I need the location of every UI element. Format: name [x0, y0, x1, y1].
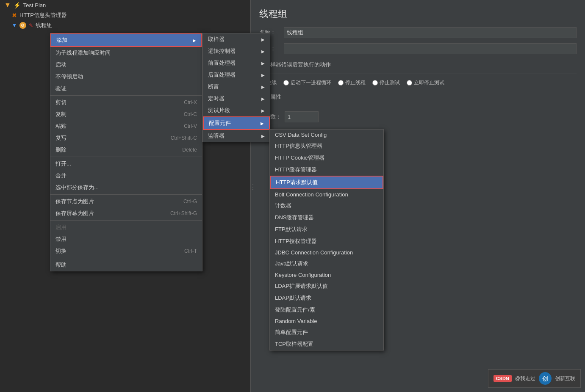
menu-item-save-screen-img[interactable]: 保存屏幕为图片 Ctrl+Shift-G	[50, 207, 202, 219]
config-http-cookie-manager[interactable]: HTTP Cookie管理器	[270, 152, 383, 164]
config-tcp-sampler[interactable]: TCP取样器配置	[270, 338, 383, 350]
tree-item-testplan[interactable]: ▼ ⚡ Test Plan	[0, 0, 250, 10]
divider-2	[259, 106, 577, 106]
assertion-label: 断言	[208, 83, 219, 91]
submenu-item-post-processor[interactable]: 后置处理器 ▶	[203, 69, 270, 81]
thread-count-input[interactable]	[285, 111, 319, 122]
copy-shortcut: Ctrl-C	[184, 111, 197, 117]
menu-item-toggle[interactable]: 切换 Ctrl-T	[50, 245, 202, 257]
gear-icon: ⚙	[19, 22, 26, 29]
menu-item-start-no-pause-label: 不停顿启动	[55, 73, 83, 80]
config-counter[interactable]: 计数器	[270, 200, 383, 212]
drag-handle[interactable]: ⋮	[249, 182, 257, 191]
tree-label-http-header: HTTP信息头管理器	[19, 11, 67, 19]
menu-item-help[interactable]: 帮助	[50, 259, 202, 271]
config-dns-cache-manager[interactable]: DNS缓存管理器	[270, 212, 383, 224]
radio-stop-now[interactable]: 立即停止测试	[407, 79, 444, 86]
name-input[interactable]	[284, 27, 577, 38]
radio-stop-test-label: 停止测试	[380, 79, 400, 86]
menu-item-cut-label: 剪切	[55, 99, 67, 106]
menu-item-add[interactable]: 添加 ▶	[50, 33, 202, 47]
tree-item-http-header[interactable]: ✖ HTTP信息头管理器	[0, 10, 250, 20]
menu-item-add-response-time[interactable]: 为子线程添加响应时间	[50, 47, 202, 59]
testplan-icon: ⚡	[14, 2, 21, 8]
menu-item-start[interactable]: 启动	[50, 59, 202, 71]
menu-item-save-node-img[interactable]: 保存节点为图片 Ctrl-G	[50, 196, 202, 207]
menu-item-save-selected-label: 选中部分保存为...	[55, 184, 99, 191]
logic-controller-arrow-icon: ▶	[261, 49, 265, 54]
menu-item-disable[interactable]: 禁用	[50, 233, 202, 245]
name-row: 名称：	[251, 25, 585, 41]
config-login-config[interactable]: 登陆配置元件/素	[270, 304, 383, 316]
menu-item-disable-label: 禁用	[55, 235, 67, 243]
config-keystore[interactable]: Keystore Configuration	[270, 270, 383, 280]
ldap-extended-label: LDAP扩展请求默认值	[275, 282, 328, 290]
menu-item-open[interactable]: 打开...	[50, 158, 202, 170]
config-simple-config[interactable]: 简单配置元件	[270, 326, 383, 338]
arrow-icon: ▼	[4, 1, 11, 9]
radio-stop-thread[interactable]: 停止线程	[338, 79, 366, 86]
submenu-item-config-element[interactable]: 配置元件 ▶	[203, 116, 270, 130]
submenu-item-logic-controller[interactable]: 逻辑控制器 ▶	[203, 45, 270, 57]
menu-item-cut[interactable]: 剪切 Ctrl-X	[50, 97, 202, 108]
radio-next-loop[interactable]: 启动下一进程循环	[283, 79, 331, 86]
radio-stop-now-label: 立即停止测试	[414, 79, 444, 86]
config-http-request-defaults[interactable]: HTTP请求默认值	[270, 176, 383, 189]
submenu-item-pre-processor[interactable]: 前置处理器 ▶	[203, 57, 270, 69]
tree-label-thread-group: 线程组	[36, 22, 52, 29]
submenu-item-sampler[interactable]: 取样器 ▶	[203, 33, 270, 45]
menu-item-copy[interactable]: 复制 Ctrl-C	[50, 108, 202, 120]
http-request-defaults-label: HTTP请求默认值	[276, 179, 318, 186]
config-ldap-extended[interactable]: LDAP扩展请求默认值	[270, 280, 383, 292]
config-csv-data[interactable]: CSV Data Set Config	[270, 130, 383, 140]
comment-input[interactable]	[284, 43, 577, 54]
csdn-logo: CSDN	[494, 375, 512, 382]
simple-config-label: 简单配置元件	[275, 329, 308, 336]
bolt-connection-label: Bolt Connection Configuration	[275, 191, 348, 198]
menu-item-paste[interactable]: 粘贴 Ctrl-V	[50, 120, 202, 132]
duplicate-shortcut: Ctrl+Shift-C	[171, 135, 197, 141]
thread-count-row: 线程数：	[251, 109, 585, 125]
menu-item-save-selected[interactable]: 选中部分保存为...	[50, 182, 202, 193]
http-auth-manager-label: HTTP授权管理器	[275, 237, 317, 245]
config-random-variable[interactable]: Random Variable	[270, 316, 383, 326]
menu-item-delete[interactable]: 删除 Delete	[50, 144, 202, 156]
menu-item-start-no-pause[interactable]: 不停顿启动	[50, 71, 202, 83]
config-ftp-defaults[interactable]: FTP默认请求	[270, 224, 383, 235]
save-node-shortcut: Ctrl-G	[183, 199, 197, 204]
submenu-item-test-fragment[interactable]: 测试片段 ▶	[203, 105, 270, 116]
menu-item-merge[interactable]: 合并	[50, 170, 202, 182]
config-element-label: 配置元件	[209, 119, 231, 127]
http-header-icon: ✖	[12, 12, 17, 19]
submenu-item-assertion[interactable]: 断言 ▶	[203, 81, 270, 93]
config-http-cache-manager[interactable]: HTTP缓存管理器	[270, 164, 383, 176]
menu-item-validate[interactable]: 验证	[50, 83, 202, 94]
config-ldap-defaults[interactable]: LDAP默认请求	[270, 292, 383, 304]
http-cookie-manager-label: HTTP Cookie管理器	[275, 154, 324, 162]
config-java-defaults[interactable]: Java默认请求	[270, 258, 383, 270]
sep-4	[50, 220, 202, 221]
logic-controller-label: 逻辑控制器	[208, 47, 236, 55]
jdbc-connection-label: JDBC Connection Configuration	[275, 249, 353, 256]
pre-processor-label: 前置处理器	[208, 59, 236, 67]
submenu-item-timer[interactable]: 定时器 ▶	[203, 93, 270, 105]
menu-item-paste-label: 粘贴	[55, 122, 67, 130]
menu-item-copy-label: 复制	[55, 110, 67, 118]
menu-item-duplicate[interactable]: 复写 Ctrl+Shift-C	[50, 132, 202, 144]
tree-label-testplan: Test Plan	[23, 2, 46, 8]
config-jdbc-connection[interactable]: JDBC Connection Configuration	[270, 247, 383, 258]
assertion-arrow-icon: ▶	[261, 85, 265, 89]
radio-stop-test[interactable]: 停止测试	[372, 79, 400, 86]
menu-item-save-node-img-label: 保存节点为图片	[55, 198, 94, 205]
sampler-arrow-icon: ▶	[261, 37, 265, 42]
props-section-label: 线程属性	[251, 89, 585, 103]
config-http-auth-manager[interactable]: HTTP授权管理器	[270, 235, 383, 247]
watermark: CSDN @我走过 创 创新互联	[488, 369, 581, 388]
submenu-item-listener[interactable]: 监听器 ▶	[203, 130, 270, 142]
innovation-icon: 创	[539, 372, 552, 385]
tree-item-thread-group[interactable]: ▼ ⚙ ✎ 线程组	[0, 20, 250, 30]
delete-shortcut: Delete	[182, 147, 197, 153]
config-bolt-connection[interactable]: Bolt Connection Configuration	[270, 189, 383, 200]
expand-icon: ▼	[12, 22, 17, 28]
config-http-header-manager[interactable]: HTTP信息头管理器	[270, 140, 383, 152]
